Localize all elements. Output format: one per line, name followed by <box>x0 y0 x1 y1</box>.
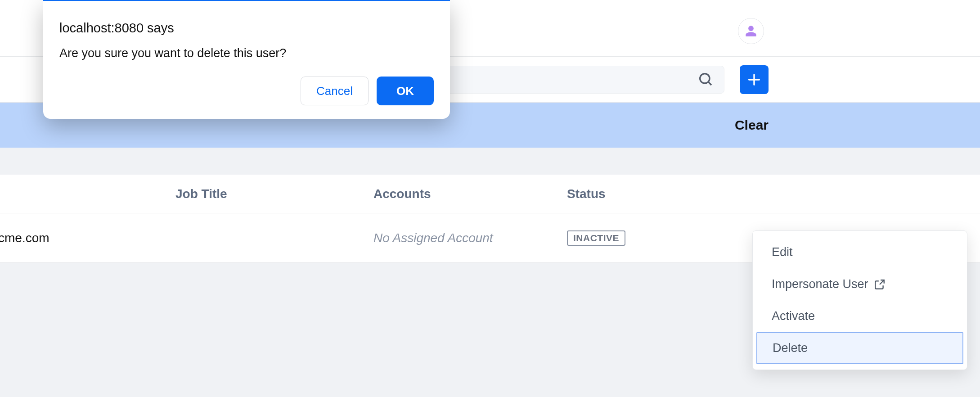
ok-button[interactable]: OK <box>377 77 434 105</box>
column-header-status: Status <box>567 187 702 201</box>
search-input[interactable] <box>436 66 724 94</box>
dialog-message: Are you sure you want to delete this use… <box>59 46 434 60</box>
confirm-dialog: localhost:8080 says Are you sure you wan… <box>43 0 450 119</box>
dialog-actions: Cancel OK <box>59 77 434 105</box>
menu-item-edit[interactable]: Edit <box>753 236 967 268</box>
menu-item-label: Delete <box>773 341 808 355</box>
cell-status: INACTIVE <box>567 230 702 246</box>
clear-filters-button[interactable]: Clear <box>735 117 769 133</box>
menu-item-impersonate[interactable]: Impersonate User <box>753 268 967 300</box>
menu-item-activate[interactable]: Activate <box>753 300 967 332</box>
table-header-row: il Job Title Accounts Status <box>0 175 980 213</box>
column-header-accounts: Accounts <box>373 187 567 201</box>
cell-accounts: No Assigned Account <box>373 231 567 245</box>
external-link-icon <box>874 279 886 290</box>
menu-item-delete[interactable]: Delete <box>756 332 963 364</box>
column-header-email: il <box>0 187 167 201</box>
row-context-menu: Edit Impersonate User Activate Delete <box>752 230 967 370</box>
spacer <box>0 148 980 175</box>
dialog-origin: localhost:8080 says <box>59 21 434 36</box>
status-badge: INACTIVE <box>567 230 625 246</box>
menu-item-label: Impersonate User <box>772 277 868 291</box>
plus-icon <box>746 72 762 87</box>
cell-email: @acme.com <box>0 231 154 245</box>
menu-item-label: Edit <box>772 245 793 259</box>
menu-item-label: Activate <box>772 309 815 323</box>
cancel-button[interactable]: Cancel <box>301 77 369 105</box>
search-icon <box>699 72 713 87</box>
avatar[interactable] <box>738 18 764 44</box>
column-header-job-title: Job Title <box>175 187 373 201</box>
user-icon <box>745 25 757 37</box>
add-button[interactable] <box>740 65 769 94</box>
